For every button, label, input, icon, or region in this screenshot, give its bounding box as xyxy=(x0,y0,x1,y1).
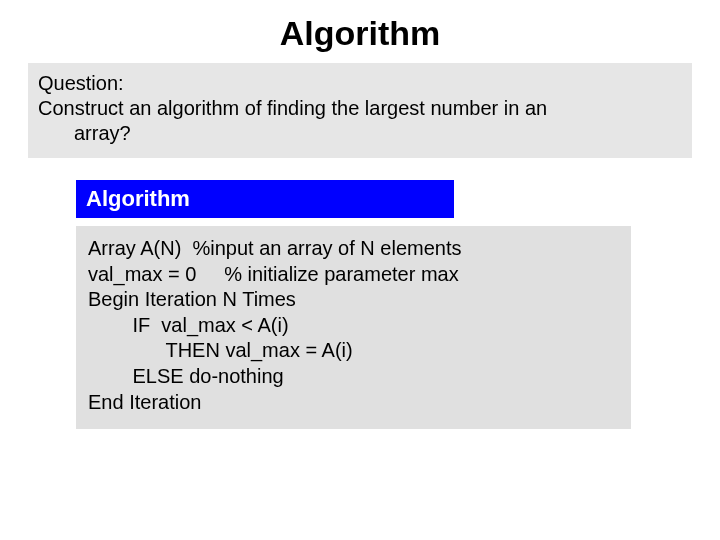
algo-line: THEN val_max = A(i) xyxy=(88,338,619,364)
algo-line: Begin Iteration N Times xyxy=(88,287,619,313)
algo-line: Array A(N) %input an array of N elements xyxy=(88,236,619,262)
algorithm-body: Array A(N) %input an array of N elements… xyxy=(76,226,631,429)
page-title: Algorithm xyxy=(0,0,720,63)
algo-line: End Iteration xyxy=(88,390,619,416)
algorithm-header: Algorithm xyxy=(76,180,454,218)
question-text-line1: Construct an algorithm of finding the la… xyxy=(38,96,682,121)
question-label: Question: xyxy=(38,71,682,96)
question-box: Question: Construct an algorithm of find… xyxy=(28,63,692,158)
question-text-line2: array? xyxy=(38,121,682,146)
algo-line: val_max = 0 % initialize parameter max xyxy=(88,262,619,288)
algo-line: IF val_max < A(i) xyxy=(88,313,619,339)
algo-line: ELSE do-nothing xyxy=(88,364,619,390)
